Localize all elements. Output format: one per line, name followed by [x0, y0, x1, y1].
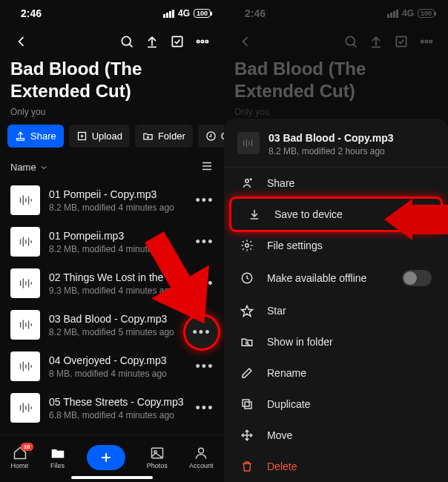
upload-action-button[interactable]: Upload: [69, 125, 130, 148]
signal-icon: [387, 10, 398, 18]
more-button[interactable]: [414, 29, 439, 54]
file-more-button[interactable]: •••: [193, 188, 217, 212]
file-thumb: [10, 185, 40, 215]
screenshot-left: 2:46 4G 100 Bad Blood (The Extended Cut)…: [0, 0, 224, 482]
svg-point-67: [246, 179, 249, 183]
folder-button[interactable]: Folder: [135, 125, 193, 148]
sheet-duplicate[interactable]: Duplicate: [224, 389, 448, 420]
file-more-button[interactable]: •••: [193, 396, 217, 420]
select-button[interactable]: [165, 29, 190, 54]
top-bar: [224, 27, 448, 56]
file-name: 01 Pompeii - Copy.mp3: [49, 188, 184, 200]
nav-home[interactable]: 10 Home: [11, 446, 29, 469]
action-sheet: 03 Bad Blood - Copy.mp3 8.2 MB, modified…: [224, 119, 448, 482]
svg-point-72: [246, 244, 249, 248]
svg-rect-78: [243, 400, 249, 406]
search-button[interactable]: [338, 29, 363, 54]
back-button[interactable]: [233, 29, 258, 54]
sort-button[interactable]: Name: [10, 162, 48, 173]
sheet-rename[interactable]: Rename: [224, 357, 448, 389]
upload-button[interactable]: [139, 29, 165, 54]
top-bar: [0, 27, 224, 56]
network-label: 4G: [402, 8, 414, 19]
file-thumb: [10, 351, 40, 381]
file-meta: 8 MB, modified 4 minutes ago: [49, 369, 184, 379]
sheet-file-name: 03 Bad Blood - Copy.mp3: [269, 132, 435, 144]
svg-point-75: [246, 342, 248, 344]
svg-line-56: [353, 44, 356, 47]
file-row[interactable]: 05 These Streets - Copy.mp36.8 MB, modif…: [0, 387, 224, 429]
view-toggle-button[interactable]: [200, 159, 214, 175]
file-meta: 8.2 MB, modified 4 minutes ago: [49, 202, 184, 213]
sort-row: Name: [0, 155, 224, 179]
svg-point-6: [201, 40, 203, 42]
file-more-button[interactable]: •••: [193, 354, 217, 378]
upload-button[interactable]: [363, 29, 389, 54]
sheet-star[interactable]: Star: [224, 295, 448, 326]
svg-line-1: [129, 44, 132, 47]
nav-photos[interactable]: Photos: [147, 446, 168, 469]
status-bar: 2:46 4G 100: [0, 0, 224, 27]
file-thumb: [10, 227, 40, 257]
fab-add[interactable]: [87, 445, 125, 470]
back-button[interactable]: [9, 29, 34, 54]
file-thumb: [237, 132, 260, 154]
file-thumb: [10, 310, 40, 340]
sheet-header: 03 Bad Blood - Copy.mp3 8.2 MB, modified…: [224, 129, 448, 168]
bottom-nav: 10 Home Files Photos Account: [0, 435, 224, 482]
svg-point-0: [122, 36, 131, 45]
svg-point-55: [346, 36, 355, 45]
sheet-make-offline[interactable]: Make available offline: [224, 261, 448, 295]
sheet-delete[interactable]: Delete: [224, 451, 448, 482]
svg-marker-49: [139, 230, 214, 334]
status-indicators: 4G 100: [163, 8, 211, 19]
file-row[interactable]: 04 Overjoyed - Copy.mp38 MB, modified 4 …: [0, 346, 224, 387]
page-subtitle: Only you: [0, 104, 224, 125]
offline-toggle[interactable]: [402, 270, 432, 286]
svg-rect-77: [245, 402, 251, 409]
svg-rect-59: [396, 36, 406, 46]
svg-point-7: [205, 40, 208, 42]
network-label: 4G: [178, 8, 190, 19]
file-row[interactable]: 01 Pompeii - Copy.mp38.2 MB, modified 4 …: [0, 179, 224, 221]
file-meta: 6.8 MB, modified 4 minutes ago: [49, 410, 184, 420]
file-thumb: [10, 393, 40, 423]
action-toolbar: Share Upload Folder Offline: [0, 125, 224, 155]
sheet-file-meta: 8.2 MB, modified 2 hours ago: [269, 146, 435, 156]
clock: 2:46: [245, 7, 266, 19]
status-indicators: 4G 100: [387, 8, 435, 19]
page-title: Bad Blood (The Extended Cut): [0, 56, 224, 104]
battery-icon: 100: [194, 9, 211, 18]
offline-button[interactable]: Offline: [198, 125, 224, 148]
sheet-show-in-folder[interactable]: Show in folder: [224, 326, 448, 357]
clock: 2:46: [21, 7, 42, 19]
svg-point-61: [425, 40, 427, 42]
svg-point-5: [197, 40, 200, 42]
more-button[interactable]: [190, 29, 215, 54]
screenshot-right: 2:46 4G 100 Bad Blood (The Extended Cut)…: [224, 0, 448, 482]
battery-icon: 100: [418, 9, 435, 18]
sheet-share[interactable]: Share: [224, 168, 448, 199]
annotation-arrow: [139, 230, 214, 334]
file-name: 04 Overjoyed - Copy.mp3: [49, 354, 184, 366]
annotation-arrow: [384, 199, 448, 240]
svg-rect-4: [172, 36, 182, 46]
svg-rect-9: [17, 139, 24, 141]
svg-point-60: [421, 40, 424, 42]
share-button[interactable]: Share: [7, 125, 64, 148]
svg-marker-79: [384, 199, 448, 240]
svg-point-62: [429, 40, 432, 42]
home-badge: 10: [21, 443, 33, 451]
svg-marker-74: [242, 306, 253, 316]
status-bar: 2:46 4G 100: [224, 0, 448, 27]
nav-account[interactable]: Account: [189, 446, 214, 469]
nav-files[interactable]: Files: [50, 446, 65, 469]
home-indicator: [71, 476, 153, 479]
search-button[interactable]: [114, 29, 139, 54]
signal-icon: [163, 10, 174, 18]
sheet-move[interactable]: Move: [224, 420, 448, 451]
select-button[interactable]: [389, 29, 414, 54]
page-title: Bad Blood (The Extended Cut): [224, 56, 448, 104]
file-name: 05 These Streets - Copy.mp3: [49, 396, 184, 408]
file-thumb: [10, 268, 40, 298]
